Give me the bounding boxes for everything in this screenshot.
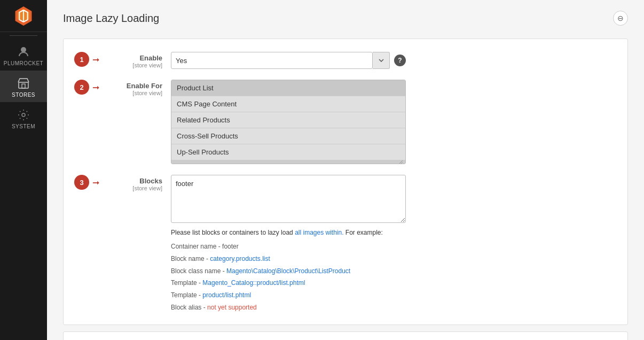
multiselect-resize-handle[interactable] bbox=[171, 160, 405, 164]
example-template2-prefix: Template - bbox=[171, 291, 202, 299]
enable-for-control: Product List CMS Page Content Related Pr… bbox=[171, 80, 406, 164]
collapse-icon: ⊖ bbox=[617, 14, 624, 22]
sidebar-item-plumrocket-label: PLUMROCKET bbox=[4, 60, 43, 66]
blocks-label: Blocks [store view] bbox=[107, 175, 171, 191]
step-2-badge: 2 bbox=[74, 80, 89, 95]
example-template1-prefix: Template - bbox=[171, 279, 202, 287]
example-block-link[interactable]: category.products.list bbox=[210, 255, 270, 262]
svg-rect-2 bbox=[22, 84, 25, 88]
stores-icon bbox=[17, 77, 30, 90]
enable-select[interactable]: Yes No bbox=[171, 52, 373, 69]
blocks-label-sub: [store view] bbox=[107, 185, 162, 191]
example-template2-link[interactable]: product/list.phtml bbox=[202, 291, 251, 299]
step-1-arrow: ➞ bbox=[92, 55, 99, 65]
blocks-control: footer Please list blocks or containers … bbox=[171, 175, 406, 314]
svg-point-3 bbox=[22, 113, 25, 117]
example-alias-prefix: Block alias - bbox=[171, 304, 207, 311]
sidebar-divider-1 bbox=[10, 35, 38, 36]
main-content: Image Lazy Loading ⊖ 1 ➞ Enable [store v… bbox=[47, 0, 644, 340]
example-block-class: Block class name - Magento\Catalog\Block… bbox=[171, 265, 406, 277]
step-3-arrow: ➞ bbox=[92, 177, 99, 188]
sidebar-logo bbox=[0, 0, 47, 32]
example-block-name: Block name - category.products.list bbox=[171, 253, 406, 265]
multiselect-item-up-sell[interactable]: Up-Sell Products bbox=[171, 144, 405, 160]
example-block-prefix: Block name - bbox=[171, 255, 210, 262]
example-alias-not-supported: not yet supported bbox=[207, 304, 257, 311]
enable-label-main: Enable bbox=[107, 54, 162, 62]
svg-point-0 bbox=[21, 47, 26, 52]
enable-row: 1 ➞ Enable [store view] Yes No ? bbox=[74, 52, 617, 69]
blocks-textarea[interactable]: footer bbox=[171, 175, 406, 223]
example-class-prefix: Block class name - bbox=[171, 267, 226, 275]
page-title: Image Lazy Loading bbox=[63, 12, 159, 25]
blocks-help-text: Please list blocks or containers to lazy… bbox=[171, 229, 406, 236]
enable-label-sub: [store view] bbox=[107, 62, 162, 68]
enable-control: Yes No ? bbox=[171, 52, 406, 69]
lazy-loading-section: 1 ➞ Enable [store view] Yes No ? bbox=[63, 38, 628, 325]
sidebar-item-stores[interactable]: STORES bbox=[0, 71, 47, 102]
conditions-section: ⊙ Image Conditions (For Developers) bbox=[63, 331, 628, 340]
enable-help-button[interactable]: ? bbox=[394, 55, 406, 66]
enable-for-label-sub: [store view] bbox=[107, 90, 162, 96]
multiselect-item-product-list[interactable]: Product List bbox=[171, 80, 405, 96]
example-template-1: Template - Magento_Catalog::product/list… bbox=[171, 277, 406, 289]
all-images-link[interactable]: all images within. bbox=[295, 229, 343, 236]
sidebar-item-stores-label: STORES bbox=[12, 92, 35, 98]
step-2-arrow: ➞ bbox=[92, 82, 99, 92]
sidebar: PLUMROCKET STORES SYSTEM bbox=[0, 0, 47, 340]
chevron-down-icon bbox=[379, 59, 384, 62]
example-block-alias: Block alias - not yet supported bbox=[171, 302, 406, 314]
step-1-badge: 1 bbox=[74, 52, 89, 67]
example-container-name: Container name - footer bbox=[171, 241, 406, 253]
enable-for-row: 2 ➞ Enable For [store view] Product List… bbox=[74, 80, 617, 164]
blocks-row: 3 ➞ Blocks [store view] footer Please li… bbox=[74, 175, 617, 314]
enable-select-wrapper: Yes No ? bbox=[171, 52, 406, 69]
blocks-examples: Container name - footer Block name - cat… bbox=[171, 241, 406, 314]
magento-logo-icon bbox=[14, 6, 33, 26]
plumrocket-icon bbox=[17, 45, 30, 58]
enable-label: Enable [store view] bbox=[107, 52, 171, 68]
example-class-link[interactable]: Magento\Catalog\Block\Product\ListProduc… bbox=[226, 267, 350, 275]
example-template1-link[interactable]: Magento_Catalog::product/list.phtml bbox=[202, 279, 305, 287]
enable-for-multiselect: Product List CMS Page Content Related Pr… bbox=[171, 80, 406, 164]
blocks-label-main: Blocks bbox=[107, 177, 162, 185]
step-3-badge: 3 bbox=[74, 175, 89, 190]
enable-select-arrow[interactable] bbox=[373, 52, 390, 69]
sidebar-item-system-label: SYSTEM bbox=[12, 123, 35, 129]
page-header: Image Lazy Loading ⊖ bbox=[63, 11, 628, 26]
collapse-button[interactable]: ⊖ bbox=[613, 11, 628, 26]
sidebar-item-plumrocket[interactable]: PLUMROCKET bbox=[0, 39, 47, 71]
sidebar-item-system[interactable]: SYSTEM bbox=[0, 102, 47, 134]
enable-for-label-main: Enable For bbox=[107, 82, 162, 90]
enable-for-label: Enable For [store view] bbox=[107, 80, 171, 96]
multiselect-item-cms-page[interactable]: CMS Page Content bbox=[171, 96, 405, 112]
multiselect-item-cross-sell[interactable]: Cross-Sell Products bbox=[171, 128, 405, 144]
example-template-2: Template - product/list.phtml bbox=[171, 289, 406, 302]
multiselect-item-related-products[interactable]: Related Products bbox=[171, 112, 405, 128]
example-container-prefix: Container name - footer bbox=[171, 243, 239, 250]
svg-rect-1 bbox=[19, 82, 28, 88]
resize-icon bbox=[399, 160, 403, 164]
system-gear-icon bbox=[17, 109, 30, 121]
